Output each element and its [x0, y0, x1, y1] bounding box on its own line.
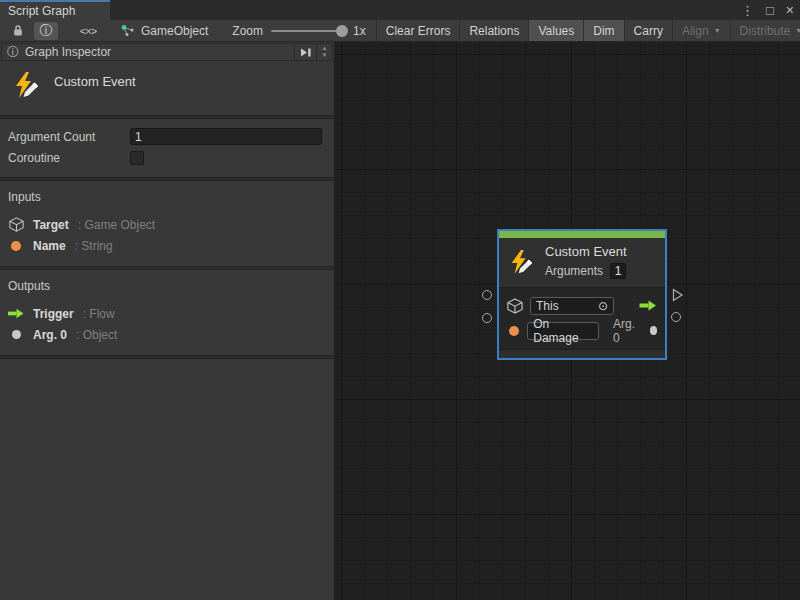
dim-button[interactable]: Dim	[584, 20, 624, 41]
port-type: : String	[75, 239, 113, 253]
target-object-field[interactable]: This ⊙	[530, 297, 614, 315]
graph-toolbar: ⓘ <×> GameObject Zoom 1x Clear Errors Re…	[0, 20, 800, 42]
tab-script-graph[interactable]: Script Graph	[0, 0, 110, 20]
arrow-up-icon: ▲	[322, 45, 328, 52]
distribute-dropdown[interactable]: Distribute ▼	[731, 20, 800, 41]
input-port-row: Name : String	[8, 235, 324, 256]
custom-event-icon	[508, 249, 534, 275]
main-area: ⓘ Graph Inspector ▲ ▼ Custom Event	[0, 42, 800, 600]
port-name: Trigger	[33, 307, 74, 321]
lock-button[interactable]	[6, 22, 30, 40]
output-port-row: Trigger : Flow	[8, 303, 324, 324]
node-header-text: Custom Event Arguments 1	[545, 244, 627, 279]
custom-event-icon	[12, 71, 40, 99]
graph-canvas[interactable]: Custom Event Arguments 1	[335, 42, 800, 600]
outputs-heading: Outputs	[8, 279, 324, 293]
align-label: Align	[682, 24, 709, 38]
code-icon: <×>	[80, 25, 96, 37]
inspector-collapse-arrows[interactable]: ▲ ▼	[316, 44, 332, 60]
inspector-empty-area	[0, 359, 334, 600]
chevron-down-icon: ▼	[795, 27, 800, 34]
gray-dot-icon	[8, 330, 24, 339]
dock-panel-button[interactable]	[294, 44, 316, 60]
inspector-title-bar: ⓘ Graph Inspector ▲ ▼	[1, 43, 333, 61]
inputs-section: Inputs Target : Game Object Name : Strin…	[0, 181, 334, 266]
zoom-label: Zoom	[232, 24, 263, 38]
cube-icon	[8, 217, 24, 232]
port-type: : Flow	[83, 307, 115, 321]
node-input-port-name[interactable]	[482, 313, 492, 323]
argument-count-row: Argument Count 1	[8, 126, 322, 147]
coroutine-checkbox[interactable]	[130, 151, 144, 165]
unit-title: Custom Event	[54, 71, 136, 89]
node-body: This ⊙ On Damage Arg. 0	[499, 288, 665, 349]
node-output-port-trigger[interactable]	[672, 288, 684, 305]
graph-inspector-panel: ⓘ Graph Inspector ▲ ▼ Custom Event	[0, 42, 335, 600]
orange-dot-icon	[507, 326, 520, 336]
port-name: Target	[33, 218, 69, 232]
argument-count-label: Argument Count	[8, 130, 130, 144]
graph-target[interactable]: GameObject	[110, 20, 222, 41]
inspector-toggle-button[interactable]: ⓘ	[34, 22, 58, 40]
node-name-row: On Damage Arg. 0	[507, 318, 657, 343]
align-dropdown[interactable]: Align ▼	[673, 20, 731, 41]
window-maximize-icon[interactable]: □	[766, 4, 774, 17]
argument-count-input[interactable]: 1	[130, 128, 322, 145]
toolbar-left-icons: ⓘ <×>	[0, 20, 106, 41]
argument-count-value: 1	[135, 130, 142, 144]
inputs-heading: Inputs	[8, 190, 324, 204]
dock-icon	[299, 47, 312, 58]
flow-port-triangle-icon	[672, 288, 684, 302]
arguments-label: Arguments	[545, 264, 603, 278]
node-target-row: This ⊙	[507, 293, 657, 318]
carry-button[interactable]: Carry	[625, 20, 673, 41]
event-name-value: On Damage	[533, 317, 593, 345]
port-name: Arg. 0	[33, 328, 67, 342]
node-title: Custom Event	[545, 244, 627, 259]
input-port-row: Target : Game Object	[8, 214, 324, 235]
node-input-port-target[interactable]	[482, 290, 492, 300]
outputs-section: Outputs Trigger : Flow Arg. 0 : Object	[0, 270, 334, 355]
tab-label: Script Graph	[8, 4, 75, 18]
unit-fields: Argument Count 1 Coroutine	[0, 119, 334, 177]
script-graph-icon	[120, 24, 135, 37]
node-header[interactable]: Custom Event Arguments 1	[499, 238, 665, 288]
lock-icon	[12, 24, 24, 37]
object-picker-icon[interactable]: ⊙	[598, 299, 608, 313]
node-arguments: Arguments 1	[545, 263, 627, 279]
window-close-icon[interactable]: ×	[786, 3, 794, 17]
info-icon: ⓘ	[7, 44, 19, 61]
orange-dot-icon	[8, 241, 24, 251]
port-type: : Game Object	[78, 218, 155, 232]
zoom-slider-handle[interactable]	[336, 25, 348, 37]
zoom-value: 1x	[353, 24, 366, 38]
cube-icon	[507, 298, 523, 314]
arg-output-port[interactable]	[650, 326, 657, 335]
arguments-count-input[interactable]: 1	[610, 263, 626, 279]
custom-event-node[interactable]: Custom Event Arguments 1	[497, 229, 667, 360]
event-name-field[interactable]: On Damage	[527, 322, 599, 340]
window-menu-icon[interactable]: ⋮	[741, 4, 754, 17]
arg-output-label: Arg. 0	[613, 317, 640, 345]
dim-label: Dim	[593, 24, 614, 38]
carry-label: Carry	[634, 24, 663, 38]
node-output-port-arg0[interactable]	[671, 312, 681, 322]
edit-script-button[interactable]: <×>	[76, 22, 100, 40]
tab-bar: Script Graph ⋮ □ ×	[0, 0, 800, 20]
distribute-label: Distribute	[740, 24, 791, 38]
relations-label: Relations	[469, 24, 519, 38]
chevron-down-icon: ▼	[714, 27, 721, 34]
clear-errors-button[interactable]: Clear Errors	[377, 20, 461, 41]
unit-header: Custom Event	[0, 61, 334, 115]
trigger-output-icon[interactable]	[639, 300, 657, 311]
graph-target-label: GameObject	[141, 24, 208, 38]
window-controls: ⋮ □ ×	[741, 0, 794, 20]
values-button[interactable]: Values	[529, 20, 584, 41]
inspector-title: Graph Inspector	[25, 45, 294, 59]
zoom-slider[interactable]	[271, 30, 345, 32]
clear-errors-label: Clear Errors	[386, 24, 451, 38]
relations-button[interactable]: Relations	[460, 20, 529, 41]
zoom-control: Zoom 1x	[222, 20, 375, 41]
arrow-down-icon: ▼	[322, 52, 328, 59]
output-port-row: Arg. 0 : Object	[8, 324, 324, 345]
